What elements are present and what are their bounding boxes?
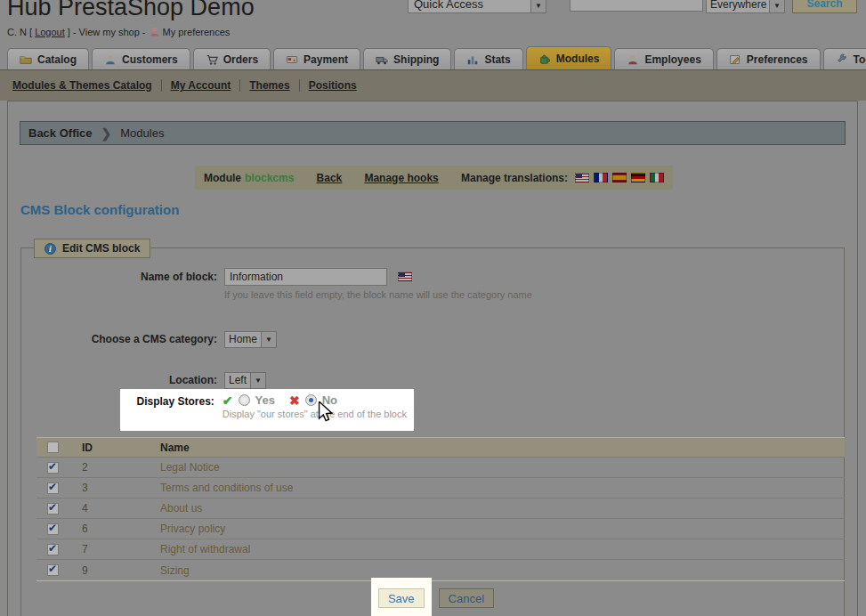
tab-catalog[interactable]: Catalog <box>7 48 89 69</box>
table-row: 4 About us <box>36 498 845 519</box>
it-flag-icon[interactable] <box>650 173 664 182</box>
name-of-block-row: Name of block: If you leave this field e… <box>21 268 532 300</box>
cms-page-link[interactable]: Right of withdrawal <box>158 543 845 555</box>
notepad-icon <box>729 53 741 66</box>
check-icon: ✔ <box>223 394 233 407</box>
chevron-down-icon[interactable]: ▼ <box>769 0 784 12</box>
folder-icon <box>20 53 32 66</box>
back-link[interactable]: Back <box>317 172 343 184</box>
breadcrumb-page: Modules <box>120 126 164 140</box>
mouse-cursor-icon <box>318 401 333 424</box>
search-scope-label: Everywhere <box>707 0 769 12</box>
credit-card-icon <box>286 53 298 66</box>
save-button-highlight: Save <box>371 578 432 616</box>
user-meta-line: C. N [ Logout ] - View my shop - My pref… <box>7 26 230 37</box>
chevron-right-icon: ❯ <box>101 126 112 141</box>
chevron-down-icon[interactable]: ▼ <box>530 0 546 12</box>
row-checkbox[interactable] <box>47 482 59 494</box>
cancel-button[interactable]: Cancel <box>439 588 494 608</box>
fr-flag-icon[interactable] <box>594 173 608 182</box>
submenu-positions[interactable]: Positions <box>309 79 357 92</box>
quick-access-label: Quick Access <box>409 0 530 12</box>
module-submenu-bar: Modules & Themes Catalog My Account Them… <box>0 69 866 101</box>
edit-cms-block-fieldset: i Edit CMS block Name of block: If you l… <box>20 247 845 616</box>
logout-link[interactable]: Logout <box>35 27 65 37</box>
fieldset-legend: i Edit CMS block <box>34 239 150 258</box>
breadcrumb-section[interactable]: Back Office <box>28 126 93 140</box>
cms-category-label: Choose a CMS category: <box>21 330 217 348</box>
cms-category-select[interactable]: Home ▼ <box>224 331 277 348</box>
module-toolbar: Module blockcms Back Manage hooks Manage… <box>195 166 673 190</box>
cms-page-link[interactable]: Legal Notice <box>158 461 845 474</box>
form-actions: Save Cancel <box>21 578 844 616</box>
breadcrumb: Back Office ❯ Modules <box>20 121 846 145</box>
truck-icon <box>376 53 388 66</box>
chevron-down-icon[interactable]: ▼ <box>261 332 276 347</box>
table-row: 7 Right of withdrawal <box>36 539 845 560</box>
tab-stats[interactable]: Stats <box>454 48 522 69</box>
cms-page-link[interactable]: Privacy policy <box>158 523 845 535</box>
table-row: 3 Terms and conditions of use <box>36 478 845 498</box>
chevron-down-icon[interactable]: ▼ <box>250 373 265 388</box>
tab-preferences[interactable]: Preferences <box>716 48 821 69</box>
search-button[interactable]: Search <box>792 0 857 13</box>
cms-page-link[interactable]: Sizing <box>158 564 845 577</box>
puzzle-icon <box>538 53 551 65</box>
save-button[interactable]: Save <box>378 588 425 608</box>
person-blue-icon <box>104 53 117 66</box>
display-stores-yes-radio[interactable] <box>239 394 250 406</box>
display-stores-label: Display Stores: <box>127 393 214 431</box>
row-checkbox[interactable] <box>47 564 59 576</box>
info-icon: i <box>45 243 56 255</box>
display-stores-row-highlighted: Display Stores: ✔ Yes ✖ No Display "our … <box>120 389 414 431</box>
divider <box>299 79 300 92</box>
tab-orders[interactable]: Orders <box>193 48 271 69</box>
es-flag-icon[interactable] <box>612 173 627 182</box>
table-row: 6 Privacy policy <box>36 519 845 539</box>
us-flag-icon[interactable] <box>575 173 589 182</box>
yes-label: Yes <box>255 393 275 407</box>
person-icon <box>149 26 160 37</box>
cross-icon: ✖ <box>289 394 300 407</box>
manage-hooks-link[interactable]: Manage hooks <box>364 172 438 184</box>
de-flag-icon[interactable] <box>631 173 645 182</box>
person-red-icon <box>627 53 639 66</box>
row-checkbox[interactable] <box>47 544 59 555</box>
row-checkbox[interactable] <box>47 462 59 474</box>
tab-payment[interactable]: Payment <box>273 48 360 69</box>
cms-category-row: Choose a CMS category: Home ▼ <box>21 330 277 348</box>
display-stores-no-radio[interactable] <box>305 394 317 406</box>
submenu-my-account[interactable]: My Account <box>171 79 231 92</box>
main-content-panel: Back Office ❯ Modules Module blockcms Ba… <box>7 101 858 616</box>
tab-employees[interactable]: Employees <box>614 48 713 69</box>
select-all-checkbox[interactable] <box>47 442 59 453</box>
tab-tools[interactable]: Tools <box>823 48 866 69</box>
tab-modules[interactable]: Modules <box>526 46 612 69</box>
tab-customers[interactable]: Customers <box>92 48 190 69</box>
tab-shipping[interactable]: Shipping <box>363 48 451 69</box>
manage-translations-label: Manage translations: <box>461 172 568 184</box>
block-name-field[interactable] <box>224 268 387 286</box>
search-scope-select[interactable]: Everywhere ▼ <box>706 0 785 13</box>
quick-access-select[interactable]: Quick Access ▼ <box>408 0 546 13</box>
my-preferences-link[interactable]: My preferences <box>163 27 231 37</box>
row-checkbox[interactable] <box>47 523 59 535</box>
user-name: C. N [ <box>7 27 32 37</box>
submenu-themes[interactable]: Themes <box>249 79 289 92</box>
table-header-row: ID Name <box>36 438 845 458</box>
cms-page-link[interactable]: Terms and conditions of use <box>158 482 845 494</box>
location-select[interactable]: Left ▼ <box>224 372 266 389</box>
submenu-modules-themes-catalog[interactable]: Modules & Themes Catalog <box>12 79 152 92</box>
view-shop-link[interactable]: View my shop <box>79 27 140 37</box>
name-of-block-label: Name of block: <box>21 268 217 300</box>
location-label: Location: <box>21 371 217 389</box>
shop-title: Hub PrestaShop Demo <box>7 0 255 21</box>
wrench-icon <box>836 53 848 66</box>
table-row: 2 Legal Notice <box>36 458 845 478</box>
cms-page-link[interactable]: About us <box>158 502 845 515</box>
translation-flags <box>575 173 664 182</box>
name-column-header: Name <box>158 442 845 454</box>
row-checkbox[interactable] <box>47 503 59 515</box>
module-name: blockcms <box>245 172 294 184</box>
search-input[interactable] <box>570 0 703 12</box>
